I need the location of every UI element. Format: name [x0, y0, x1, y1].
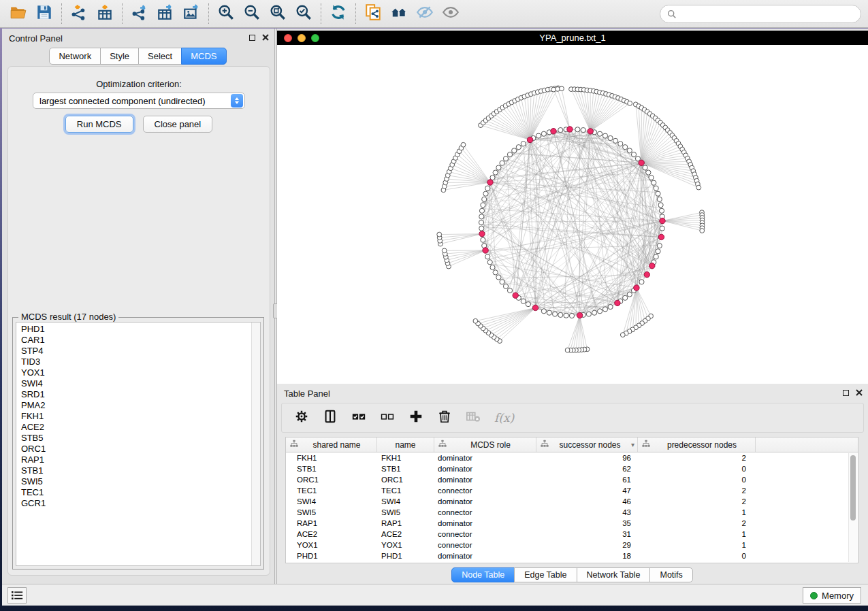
table-cell[interactable]: SWI5	[377, 508, 434, 516]
table-cell[interactable]: 29	[536, 541, 638, 549]
table-row[interactable]: PHD1PHD1dominator180	[286, 550, 858, 561]
mcds-list-scrollbar[interactable]	[251, 323, 260, 565]
table-cell[interactable]: ORC1	[286, 476, 377, 484]
network-graph[interactable]	[277, 45, 868, 384]
mcds-result-item[interactable]: GCR1	[21, 498, 260, 509]
table-cell[interactable]: ACE2	[377, 530, 434, 538]
save-session-button[interactable]	[31, 2, 57, 25]
table-cell[interactable]: SWI5	[286, 508, 377, 516]
float-table-panel-icon[interactable]	[843, 390, 849, 396]
table-cell[interactable]: dominator	[434, 519, 536, 527]
toggle-column-button[interactable]	[323, 409, 338, 427]
deselect-all-rows-button[interactable]	[380, 409, 395, 427]
column-header-successor-nodes[interactable]: successor nodes▾	[536, 437, 638, 452]
table-cell[interactable]: 31	[536, 530, 638, 538]
table-cell[interactable]: 35	[536, 519, 638, 527]
table-row[interactable]: STB1STB1dominator620	[286, 463, 858, 474]
table-cell[interactable]: PHD1	[377, 552, 434, 560]
zoom-selected-button[interactable]	[291, 2, 317, 25]
table-cell[interactable]: dominator	[434, 552, 536, 560]
table-cell[interactable]: 2	[638, 519, 756, 527]
search-input[interactable]	[681, 8, 854, 20]
table-cell[interactable]: connector	[434, 486, 536, 495]
function-builder-button[interactable]: f(x)	[494, 411, 514, 425]
tab-select[interactable]: Select	[138, 48, 182, 65]
table-cell[interactable]: STB1	[377, 465, 434, 473]
tab-mcds[interactable]: MCDS	[181, 48, 226, 65]
table-cell[interactable]: dominator	[434, 497, 536, 506]
open-session-button[interactable]	[5, 2, 31, 25]
memory-button[interactable]: Memory	[803, 587, 861, 604]
delete-table-button[interactable]	[466, 409, 481, 427]
table-scrollbar-thumb[interactable]	[850, 455, 856, 521]
table-cell[interactable]: 2	[638, 497, 756, 506]
float-panel-icon[interactable]	[249, 35, 255, 41]
mcds-result-item[interactable]: YOX1	[21, 367, 260, 378]
mcds-result-item[interactable]: STP4	[21, 346, 260, 357]
table-cell[interactable]: FKH1	[377, 454, 434, 462]
run-mcds-button[interactable]: Run MCDS	[65, 116, 133, 133]
tab-network[interactable]: Network	[49, 48, 101, 65]
table-cell[interactable]: ORC1	[377, 476, 434, 484]
table-cell[interactable]: RAP1	[377, 519, 434, 527]
table-cell[interactable]: SWI4	[286, 497, 377, 506]
show-all-button[interactable]	[438, 2, 464, 25]
table-cell[interactable]: 43	[536, 508, 638, 516]
table-cell[interactable]: 18	[536, 552, 638, 560]
table-cell[interactable]: 0	[638, 476, 756, 484]
zoom-in-button[interactable]	[213, 2, 239, 25]
table-cell[interactable]: 47	[536, 486, 638, 495]
mcds-result-item[interactable]: RAP1	[21, 455, 260, 465]
add-column-button[interactable]	[408, 409, 423, 427]
table-row[interactable]: SWI5SWI5connector431	[286, 507, 858, 518]
table-cell[interactable]: 2	[638, 454, 756, 462]
zoom-out-button[interactable]	[239, 2, 265, 25]
export-network-button[interactable]	[127, 2, 152, 25]
mcds-result-item[interactable]: CAR1	[21, 335, 260, 346]
table-row[interactable]: RAP1RAP1dominator352	[286, 518, 858, 529]
clone-network-button[interactable]	[360, 2, 386, 25]
optimization-criterion-select[interactable]: largest connected component (undirected)	[33, 93, 245, 109]
zoom-fit-button[interactable]	[265, 2, 291, 25]
task-history-button[interactable]	[7, 587, 27, 604]
table-cell[interactable]: ACE2	[286, 530, 377, 538]
network-window-titlebar[interactable]: YPA_prune.txt_1	[277, 31, 868, 45]
table-row[interactable]: FKH1FKH1dominator962	[286, 452, 858, 463]
table-cell[interactable]: dominator	[434, 465, 536, 473]
mcds-result-item[interactable]: SWI4	[21, 378, 260, 389]
table-cell[interactable]: 62	[536, 465, 638, 473]
import-table-button[interactable]	[92, 2, 118, 25]
table-cell[interactable]: 46	[536, 497, 638, 506]
tab-node-table[interactable]: Node Table	[451, 567, 515, 582]
mcds-result-item[interactable]: STB1	[21, 465, 260, 476]
table-cell[interactable]: dominator	[434, 476, 536, 484]
table-row[interactable]: YOX1YOX1connector291	[286, 540, 858, 550]
close-table-panel-icon[interactable]	[856, 389, 863, 396]
network-canvas[interactable]	[277, 45, 868, 384]
table-cell[interactable]: YOX1	[286, 541, 377, 549]
table-cell[interactable]: PHD1	[286, 552, 377, 560]
table-cell[interactable]: 0	[638, 552, 756, 560]
table-cell[interactable]: 1	[638, 541, 756, 549]
column-header-predecessor-nodes[interactable]: predecessor nodes	[638, 437, 756, 452]
table-cell[interactable]: STB1	[286, 465, 377, 473]
table-row[interactable]: TEC1TEC1connector472	[286, 485, 858, 496]
table-cell[interactable]: RAP1	[286, 519, 377, 527]
mcds-result-item[interactable]: SWI5	[21, 476, 260, 487]
close-panel-button[interactable]: Close panel	[143, 116, 213, 133]
column-header-name[interactable]: name	[377, 437, 434, 452]
table-cell[interactable]: SWI4	[377, 497, 434, 506]
table-row[interactable]: ACE2ACE2connector311	[286, 529, 858, 540]
table-cell[interactable]: FKH1	[286, 454, 377, 462]
table-cell[interactable]: connector	[434, 541, 536, 549]
table-cell[interactable]: TEC1	[377, 486, 434, 495]
table-cell[interactable]: YOX1	[377, 541, 434, 549]
column-header-MCDS-role[interactable]: MCDS role	[434, 437, 536, 452]
table-cell[interactable]: 1	[638, 508, 756, 516]
delete-columns-button[interactable]	[437, 409, 452, 427]
table-row[interactable]: SWI4SWI4dominator462	[286, 496, 858, 507]
close-panel-icon[interactable]	[262, 34, 269, 41]
search-field[interactable]	[660, 5, 861, 23]
table-row[interactable]: ORC1ORC1dominator610	[286, 474, 858, 485]
tab-edge-table[interactable]: Edge Table	[514, 567, 577, 582]
